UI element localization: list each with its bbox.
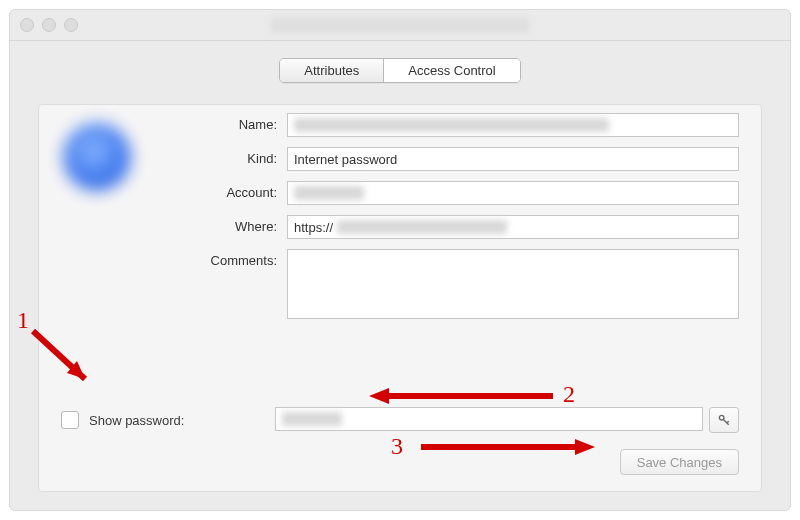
account-label: Account: (159, 181, 287, 200)
content-area: Attributes Access Control Name: (10, 40, 790, 510)
attributes-form: Name: Kind: Account: (159, 113, 739, 332)
show-password-label: Show password: (87, 413, 275, 428)
item-icon (63, 123, 131, 191)
window-title-redacted (270, 17, 530, 33)
tab-access-control[interactable]: Access Control (384, 59, 519, 82)
where-field[interactable]: https:// (287, 215, 739, 239)
name-field[interactable] (287, 113, 739, 137)
comments-field[interactable] (287, 249, 739, 319)
save-changes-button[interactable]: Save Changes (620, 449, 739, 475)
svg-line-2 (727, 421, 729, 423)
close-window-button[interactable] (20, 18, 34, 32)
where-value-prefix: https:// (294, 220, 333, 235)
titlebar (10, 10, 790, 41)
kind-label: Kind: (159, 147, 287, 166)
comments-label: Comments: (159, 249, 287, 268)
window-controls (20, 18, 78, 32)
zoom-window-button[interactable] (64, 18, 78, 32)
attributes-panel: Name: Kind: Account: (38, 104, 762, 492)
svg-point-0 (719, 415, 724, 420)
keychain-item-window: Attributes Access Control Name: (9, 9, 791, 511)
name-label: Name: (159, 113, 287, 132)
account-field[interactable] (287, 181, 739, 205)
minimize-window-button[interactable] (42, 18, 56, 32)
show-password-checkbox[interactable] (61, 411, 79, 429)
show-password-row: Show password: (61, 407, 739, 433)
where-label: Where: (159, 215, 287, 234)
tab-attributes[interactable]: Attributes (280, 59, 384, 82)
password-field[interactable] (275, 407, 703, 431)
kind-field[interactable] (287, 147, 739, 171)
key-icon (717, 413, 731, 427)
tab-bar: Attributes Access Control (279, 58, 520, 83)
password-assistant-button[interactable] (709, 407, 739, 433)
